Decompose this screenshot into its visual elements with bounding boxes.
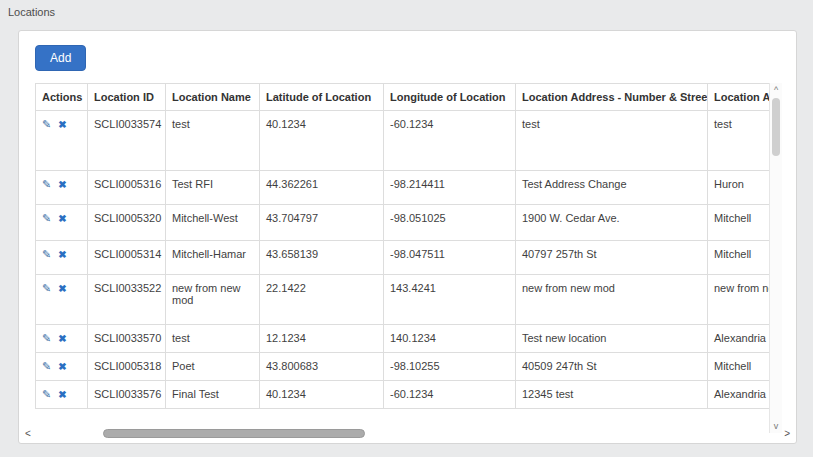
delete-icon[interactable]: ✖ [58,333,66,344]
table-row: ✎✖SCLI0005320Mitchell-West43.704797-98.0… [36,205,783,241]
delete-icon[interactable]: ✖ [58,361,66,372]
cell-longitude: -98.10255 [384,353,516,381]
cell-location-name: Poet [166,353,260,381]
cell-latitude: 43.800683 [260,353,384,381]
vertical-scrollbar[interactable]: ^ v [769,83,782,433]
cell-latitude: 40.1234 [260,111,384,171]
table-row: ✎✖SCLI0033574test40.1234-60.1234testtest [36,111,783,171]
cell-actions: ✎✖ [36,241,88,275]
cell-location-id: SCLI0033576 [88,381,166,409]
table-row: ✎✖SCLI0033522new from new mod22.1422143.… [36,275,783,325]
cell-location-name: new from new mod [166,275,260,325]
cell-latitude: 12.1234 [260,325,384,353]
delete-icon[interactable]: ✖ [58,389,66,400]
cell-actions: ✎✖ [36,381,88,409]
cell-location-id: SCLI0033574 [88,111,166,171]
cell-longitude: -98.047511 [384,241,516,275]
cell-location-id: SCLI0005320 [88,205,166,241]
cell-location-id: SCLI0005318 [88,353,166,381]
edit-icon[interactable]: ✎ [42,388,51,401]
cell-location-name: Final Test [166,381,260,409]
cell-location-name: Mitchell-Hamar [166,241,260,275]
column-header: Longitude of Location [384,84,516,111]
cell-location-id: SCLI0005316 [88,171,166,205]
scroll-right-icon[interactable]: > [784,427,790,440]
cell-latitude: 40.1234 [260,381,384,409]
table-header-row: ActionsLocation IDLocation NameLatitude … [36,84,783,111]
table-row: ✎✖SCLI0005318Poet43.800683-98.1025540509… [36,353,783,381]
edit-icon[interactable]: ✎ [42,178,51,191]
table-header: ActionsLocation IDLocation NameLatitude … [36,84,783,111]
cell-address-street: 40797 257th St [516,241,708,275]
cell-latitude: 44.362261 [260,171,384,205]
delete-icon[interactable]: ✖ [58,119,66,130]
edit-icon[interactable]: ✎ [42,332,51,345]
vertical-scrollbar-thumb[interactable] [772,98,780,156]
cell-actions: ✎✖ [36,275,88,325]
cell-address-street: 12345 test [516,381,708,409]
cell-address-street: 40509 247th St [516,353,708,381]
cell-location-name: test [166,325,260,353]
cell-latitude: 43.658139 [260,241,384,275]
cell-actions: ✎✖ [36,325,88,353]
cell-address-street: new from new mod [516,275,708,325]
cell-location-id: SCLI0033570 [88,325,166,353]
cell-address-street: Test new location [516,325,708,353]
cell-location-name: test [166,111,260,171]
table-row: ✎✖SCLI0005316Test RFI44.362261-98.214411… [36,171,783,205]
cell-longitude: -98.051025 [384,205,516,241]
column-header: Actions [36,84,88,111]
scroll-left-icon[interactable]: < [25,427,31,440]
edit-icon[interactable]: ✎ [42,360,51,373]
cell-latitude: 43.704797 [260,205,384,241]
cell-location-id: SCLI0033522 [88,275,166,325]
cell-address-street: test [516,111,708,171]
cell-location-name: Test RFI [166,171,260,205]
horizontal-scrollbar[interactable]: < > [23,427,792,440]
cell-actions: ✎✖ [36,205,88,241]
table-viewport: ActionsLocation IDLocation NameLatitude … [35,83,782,433]
table-row: ✎✖SCLI0033576Final Test40.1234-60.123412… [36,381,783,409]
edit-icon[interactable]: ✎ [42,212,51,225]
delete-icon[interactable]: ✖ [58,179,66,190]
cell-actions: ✎✖ [36,111,88,171]
column-header: Location Address - Number & Street [516,84,708,111]
table-body: ✎✖SCLI0033574test40.1234-60.1234testtest… [36,111,783,409]
delete-icon[interactable]: ✖ [58,249,66,260]
edit-icon[interactable]: ✎ [42,248,51,261]
horizontal-scrollbar-thumb[interactable] [103,429,365,438]
column-header: Latitude of Location [260,84,384,111]
delete-icon[interactable]: ✖ [58,213,66,224]
column-header: Location Name [166,84,260,111]
table-row: ✎✖SCLI0005314Mitchell-Hamar43.658139-98.… [36,241,783,275]
table-row: ✎✖SCLI0033570test12.1234140.1234Test new… [36,325,783,353]
cell-actions: ✎✖ [36,353,88,381]
cell-location-id: SCLI0005314 [88,241,166,275]
locations-card: Add ActionsLocation IDLocation NameLatit… [18,30,797,444]
locations-table: ActionsLocation IDLocation NameLatitude … [35,83,782,409]
delete-icon[interactable]: ✖ [58,283,66,294]
page-title: Locations [8,6,55,18]
cell-latitude: 22.1422 [260,275,384,325]
edit-icon[interactable]: ✎ [42,118,51,131]
cell-longitude: 140.1234 [384,325,516,353]
scroll-up-icon[interactable]: ^ [770,85,782,95]
edit-icon[interactable]: ✎ [42,282,51,295]
cell-longitude: -60.1234 [384,111,516,171]
cell-longitude: -98.214411 [384,171,516,205]
cell-longitude: 143.4241 [384,275,516,325]
add-button[interactable]: Add [35,45,86,71]
cell-address-street: 1900 W. Cedar Ave. [516,205,708,241]
column-header: Location ID [88,84,166,111]
cell-address-street: Test Address Change [516,171,708,205]
cell-location-name: Mitchell-West [166,205,260,241]
cell-longitude: -60.1234 [384,381,516,409]
cell-actions: ✎✖ [36,171,88,205]
